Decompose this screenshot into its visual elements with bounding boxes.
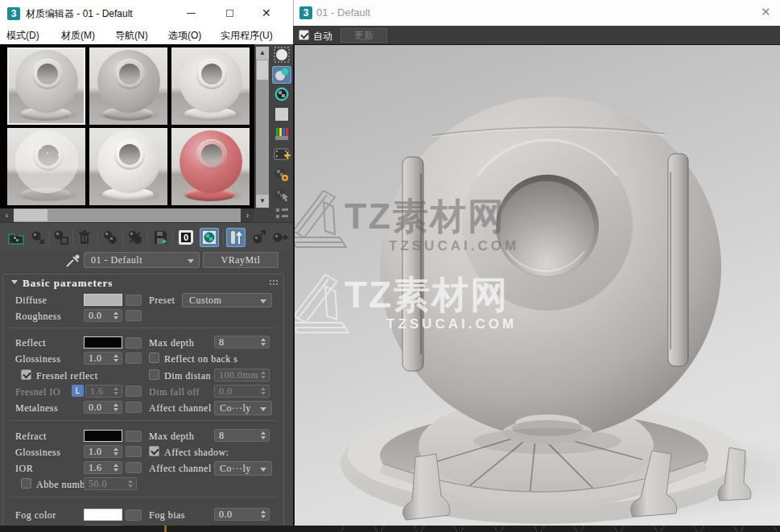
scroll-left-icon[interactable]: ‹	[0, 208, 14, 222]
refract-map-button[interactable]	[126, 431, 142, 442]
glossiness-reflect-spinner[interactable]: 1.0	[84, 352, 122, 365]
material-slot-3[interactable]	[171, 47, 250, 125]
material-toolbar: 0	[0, 222, 293, 251]
select-by-material-icon[interactable]	[272, 186, 291, 204]
glossiness-reflect-map-button[interactable]	[126, 353, 142, 364]
glossiness-refract-map-button[interactable]	[126, 446, 142, 457]
refract-color-swatch[interactable]	[84, 430, 122, 442]
roughness-map-button[interactable]	[126, 310, 142, 321]
scroll-right-icon[interactable]: ›	[241, 208, 254, 222]
material-type-button[interactable]: VRayMtl	[203, 252, 279, 268]
scroll-up-icon[interactable]: ▲	[256, 47, 269, 60]
material-slot-4[interactable]	[7, 128, 85, 205]
material-name-dropdown[interactable]: 01 - Default	[84, 252, 200, 268]
fresnel-ior-lock-button[interactable]: L	[72, 385, 84, 397]
affect-channels-reflect-dropdown[interactable]: Co···ly	[214, 401, 272, 415]
diffuse-color-swatch[interactable]	[84, 294, 122, 306]
video-color-check-icon[interactable]	[272, 126, 291, 143]
horizontal-scrollbar[interactable]: ‹ ›	[0, 208, 254, 222]
rollout-grip-icon[interactable]	[269, 279, 278, 286]
reflect-label: Reflect	[15, 337, 46, 349]
affect-shadow-checkbox[interactable]	[149, 446, 159, 456]
show-shaded-material-in-viewport-icon[interactable]	[200, 228, 219, 247]
background-icon[interactable]	[272, 85, 291, 103]
auto-update-label: 自动	[313, 30, 332, 43]
watermark-text-dark: TZ素材网	[345, 192, 506, 241]
material-slot-1[interactable]	[7, 47, 85, 125]
glossiness-refract-spinner[interactable]: 1.0	[84, 445, 122, 458]
preset-dropdown[interactable]: Custom	[182, 293, 272, 307]
fresnel-ior-spinner[interactable]: 1.6	[85, 385, 122, 398]
minimize-button[interactable]	[187, 13, 196, 14]
abbe-number-spinner[interactable]: 50.0	[84, 477, 137, 490]
render-preview-window: 3 01 - Default ✕ 自动 更新	[293, 0, 780, 532]
generate-preview-icon[interactable]	[272, 146, 291, 163]
menu-utilities[interactable]: 实用程序(U)	[221, 29, 273, 43]
ior-spinner[interactable]: 1.6	[84, 461, 122, 474]
horizontal-scrollbar-thumb[interactable]	[14, 209, 47, 221]
ior-map-button[interactable]	[126, 462, 142, 473]
fog-color-label: Fog color	[15, 509, 56, 522]
menu-mode[interactable]: 模式(D)	[6, 29, 39, 43]
max-depth-refract-spinner[interactable]: 8	[214, 429, 270, 442]
dim-distance-spinner[interactable]: 100.0mm	[214, 369, 270, 381]
go-to-parent-icon[interactable]	[250, 228, 269, 247]
put-to-library-icon[interactable]	[151, 228, 170, 247]
dim-distance-checkbox[interactable]	[149, 369, 159, 380]
window-title: 材质编辑器 - 01 - Default	[26, 7, 133, 21]
fresnel-ior-label: Fresnel IO	[15, 386, 60, 398]
track-bar	[0, 526, 780, 532]
reflect-on-back-checkbox[interactable]	[149, 353, 159, 363]
affect-channels-refract-dropdown[interactable]: Co···ly	[214, 461, 272, 476]
sample-type-icon[interactable]	[272, 47, 291, 64]
vertical-scrollbar-thumb[interactable]	[257, 60, 268, 80]
auto-update-checkbox[interactable]	[299, 30, 309, 40]
close-button[interactable]: ✕	[262, 6, 271, 19]
max-depth-reflect-spinner[interactable]: 8	[214, 336, 270, 348]
reflect-color-swatch[interactable]	[84, 336, 122, 348]
fresnel-reflect-checkbox[interactable]	[21, 369, 31, 380]
update-button[interactable]: 更新	[340, 28, 387, 43]
titlebar[interactable]: 3 材质编辑器 - 01 - Default ✕	[0, 0, 293, 27]
vertical-scrollbar[interactable]: ▲ ▼	[256, 47, 269, 208]
material-map-navigator-icon[interactable]	[272, 205, 291, 223]
show-end-result-icon[interactable]	[226, 228, 246, 247]
material-id-channel-icon[interactable]: 0	[176, 228, 196, 247]
affect-channels-refract-label: Affect channel	[149, 463, 212, 475]
material-slot-2[interactable]	[89, 47, 167, 125]
fog-color-map-button[interactable]	[126, 509, 142, 521]
abbe-number-checkbox[interactable]	[21, 478, 31, 489]
fog-bias-spinner[interactable]: 0.0	[214, 508, 270, 521]
menu-options[interactable]: 选项(O)	[168, 29, 201, 43]
fog-color-swatch[interactable]	[84, 509, 122, 521]
preview-close-icon[interactable]: ✕	[761, 5, 771, 19]
preview-titlebar[interactable]: 3 01 - Default ✕	[293, 0, 780, 26]
backlight-icon[interactable]	[272, 66, 291, 84]
go-forward-to-sibling-icon[interactable]	[270, 228, 290, 247]
maximize-button[interactable]	[226, 10, 233, 17]
make-material-copy-icon[interactable]	[101, 228, 120, 247]
dim-fall-off-spinner[interactable]: 0.0	[214, 385, 270, 398]
scroll-down-icon[interactable]: ▼	[256, 195, 269, 208]
material-preview-slots	[0, 44, 254, 208]
assign-material-to-selection-icon[interactable]	[52, 228, 71, 247]
material-slot-5[interactable]	[89, 128, 167, 205]
diffuse-map-button[interactable]	[126, 295, 142, 306]
reset-map-icon[interactable]	[75, 228, 94, 247]
make-unique-icon[interactable]	[126, 228, 145, 247]
reflect-map-button[interactable]	[126, 337, 142, 348]
watermark-logo-icon	[293, 184, 353, 269]
fresnel-ior-map-button[interactable]	[126, 386, 142, 397]
menu-material[interactable]: 材质(M)	[61, 29, 95, 43]
menu-navigation[interactable]: 导航(N)	[115, 29, 148, 43]
options-icon[interactable]	[272, 166, 291, 184]
pick-material-eyedropper-icon[interactable]	[64, 253, 80, 269]
put-material-to-scene-icon[interactable]	[28, 228, 47, 247]
material-slot-6[interactable]	[171, 128, 250, 205]
metalness-map-button[interactable]	[126, 402, 142, 413]
metalness-spinner[interactable]: 0.0	[84, 401, 122, 414]
sample-uv-tiling-icon[interactable]	[272, 105, 291, 123]
roughness-spinner[interactable]: 0.0	[84, 309, 122, 322]
max-depth-refract-label: Max depth	[149, 431, 194, 443]
get-material-icon[interactable]	[6, 228, 26, 247]
